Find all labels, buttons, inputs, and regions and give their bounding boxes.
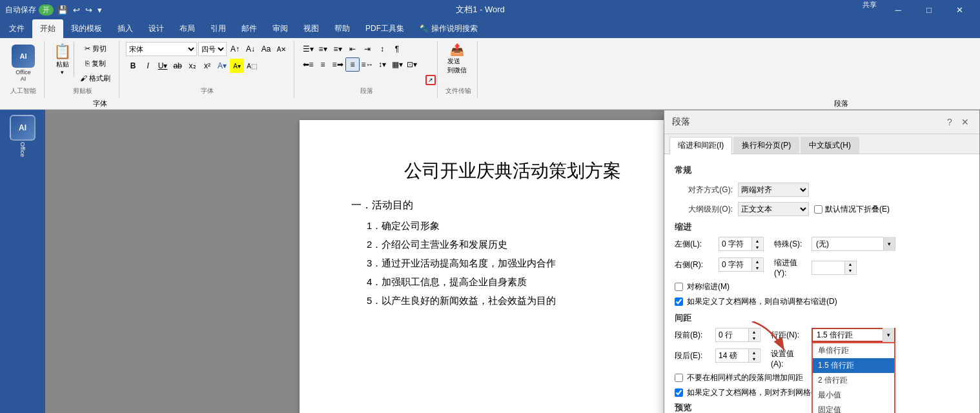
file-transfer-button[interactable]: 📤 发送到微信 (444, 42, 470, 77)
symmetric-checkbox[interactable] (675, 283, 683, 291)
option-double[interactable]: 2 倍行距 (813, 373, 894, 388)
align-right-button[interactable]: ≡➡ (331, 57, 345, 72)
dialog-tab-linebreak[interactable]: 换行和分页(P) (733, 137, 799, 154)
minimize-btn[interactable]: ─ (883, 0, 913, 19)
undo-btn[interactable]: ↩ (72, 4, 81, 16)
tab-search[interactable]: 🔦操作说明搜索 (412, 19, 485, 38)
left-spin-up[interactable]: ▴ (752, 237, 762, 244)
more-btn[interactable]: ▾ (96, 4, 103, 16)
before-down[interactable]: ▾ (749, 335, 759, 341)
after-spin[interactable]: ▴ ▾ (715, 348, 761, 363)
paste-dropdown-arrow[interactable]: ▾ (61, 69, 64, 76)
align-left-button[interactable]: ⬅≡ (301, 57, 315, 72)
decrease-indent-button[interactable]: ⇤ (345, 42, 360, 56)
font-name-select[interactable]: 宋体 (126, 42, 197, 56)
collapse-checkbox[interactable] (814, 205, 822, 214)
distributed-button[interactable]: ≡↔ (360, 57, 374, 72)
borders-button[interactable]: ⊡▾ (405, 57, 419, 72)
dialog-close-btn[interactable]: ✕ (959, 116, 972, 128)
tab-layout[interactable]: 布局 (172, 19, 203, 38)
right-spin[interactable]: ▴ ▾ (719, 257, 764, 272)
right-spin-up[interactable]: ▴ (752, 258, 762, 265)
multilevel-button[interactable]: ≡▾ (331, 42, 345, 56)
line-spacing-button[interactable]: ↕▾ (375, 57, 389, 72)
left-value-input[interactable] (719, 237, 751, 250)
dialog-help-btn[interactable]: ? (943, 116, 956, 128)
save-btn[interactable]: 💾 (56, 4, 69, 16)
tab-view[interactable]: 视图 (296, 19, 327, 38)
underline-button[interactable]: U▾ (156, 59, 170, 73)
font-color-button[interactable]: A▾ (215, 59, 229, 73)
tab-review[interactable]: 审阅 (265, 19, 296, 38)
tab-file[interactable]: 文件 (1, 19, 32, 38)
right-value-input[interactable] (719, 258, 751, 271)
right-spin-down[interactable]: ▾ (752, 265, 762, 271)
increase-indent-button[interactable]: ⇥ (360, 42, 374, 56)
char-border-button[interactable]: A⬚ (245, 59, 259, 73)
option-1-5[interactable]: 1.5 倍行距 (813, 358, 894, 373)
auto-indent-checkbox[interactable] (675, 297, 683, 306)
dialog-tab-indent[interactable]: 缩进和间距(I) (669, 137, 732, 154)
share-label[interactable]: 共享 (857, 0, 882, 19)
before-up[interactable]: ▴ (749, 328, 759, 335)
change-case-btn[interactable]: Aa (259, 42, 273, 56)
sidebar-office-ai[interactable]: AI Office (10, 115, 36, 157)
font-shrink-btn[interactable]: A↓ (243, 42, 258, 56)
superscript-button[interactable]: x² (200, 59, 214, 73)
sort-button[interactable]: ↕ (375, 42, 389, 56)
indent-by-down[interactable]: ▾ (845, 268, 855, 274)
indent-by-input[interactable] (812, 261, 844, 274)
line-spacing-select[interactable]: 1.5 倍行距 ▾ (812, 328, 895, 342)
copy-button[interactable]: ⎘ 复制 (77, 57, 114, 70)
paragraph-dialog-button[interactable]: ↗ (425, 75, 436, 85)
after-up[interactable]: ▴ (749, 349, 759, 356)
tab-insert[interactable]: 插入 (110, 19, 141, 38)
bullets-button[interactable]: ☰▾ (301, 42, 315, 56)
show-para-button[interactable]: ¶ (390, 42, 404, 56)
tab-help[interactable]: 帮助 (327, 19, 358, 38)
align-center-button[interactable]: ≡ (316, 57, 330, 72)
maximize-btn[interactable]: □ (914, 0, 944, 19)
dialog-tab-chinese[interactable]: 中文版式(H) (801, 137, 859, 154)
special-select[interactable]: (无) ▾ (812, 237, 895, 251)
subscript-button[interactable]: x₂ (185, 59, 199, 73)
paste-button[interactable]: 📋 粘贴 ▾ (51, 42, 74, 77)
numbering-button[interactable]: ≡▾ (316, 42, 330, 56)
clear-format-btn[interactable]: A✕ (274, 42, 289, 56)
before-value-input[interactable] (716, 328, 748, 341)
redo-btn[interactable]: ↪ (84, 4, 94, 16)
font-grow-btn[interactable]: A↑ (228, 42, 242, 56)
cut-button[interactable]: ✂ 剪切 (77, 42, 114, 55)
close-btn[interactable]: ✕ (945, 0, 975, 19)
font-size-select[interactable]: 四号 (198, 42, 227, 56)
outline-select[interactable]: 正文文本 (738, 202, 809, 216)
left-spin[interactable]: ▴ ▾ (719, 237, 764, 251)
alignment-select[interactable]: 两端对齐 左对齐 右对齐 居中 (738, 183, 809, 197)
autosave-toggle[interactable]: 开 (39, 5, 54, 15)
tab-mail[interactable]: 邮件 (234, 19, 265, 38)
format-painter-button[interactable]: 🖌 格式刷 (77, 72, 114, 85)
tab-design[interactable]: 设计 (141, 19, 172, 38)
italic-button[interactable]: I (141, 59, 155, 73)
highlight-button[interactable]: A▾ (230, 59, 244, 73)
option-min[interactable]: 最小值 (813, 388, 894, 403)
after-down[interactable]: ▾ (749, 356, 759, 362)
left-spin-down[interactable]: ▾ (752, 244, 762, 250)
before-spin[interactable]: ▴ ▾ (715, 328, 761, 342)
special-dropdown[interactable]: (无) ▾ (812, 237, 895, 251)
tab-pdf[interactable]: PDF工具集 (358, 19, 412, 38)
line-spacing-arrow[interactable]: ▾ (883, 328, 894, 342)
tab-home[interactable]: 开始 (32, 19, 63, 38)
shading-button[interactable]: ▦▾ (390, 57, 404, 72)
document-area[interactable]: 公司开业庆典活动策划方案 一．活动目的 1．确定公司形象 2．介绍公司主营业务和… (45, 110, 980, 413)
align-justify-button[interactable]: ≡ (345, 57, 360, 72)
strikethrough-button[interactable]: ab (170, 59, 185, 73)
tab-references[interactable]: 引用 (203, 19, 234, 38)
snap-checkbox[interactable] (675, 388, 683, 397)
after-value-input[interactable] (716, 349, 748, 362)
option-single[interactable]: 单倍行距 (813, 343, 894, 358)
bold-button[interactable]: B (126, 59, 140, 73)
special-dropdown-arrow[interactable]: ▾ (883, 237, 895, 251)
indent-by-up[interactable]: ▴ (845, 261, 855, 268)
no-space-checkbox[interactable] (675, 374, 683, 382)
